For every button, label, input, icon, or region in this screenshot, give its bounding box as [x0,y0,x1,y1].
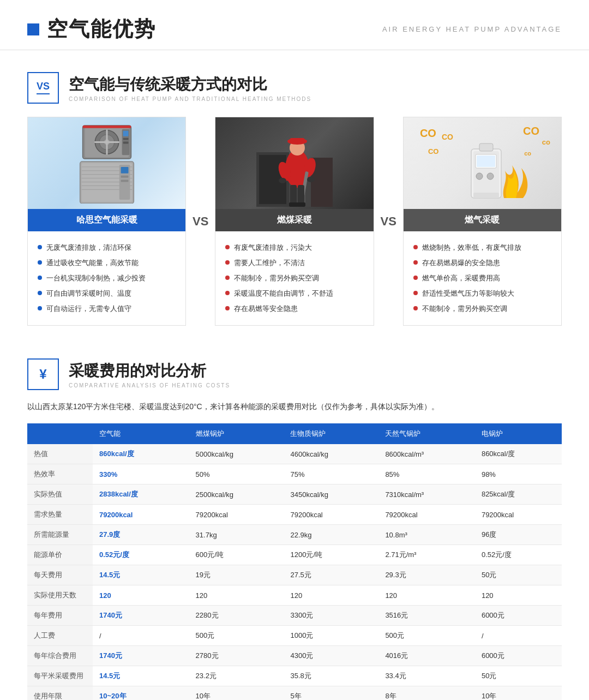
row-label: 实际使用天数 [27,585,93,606]
gas-point-2: 存在易燃易爆的安全隐患 [413,255,551,271]
coal-point-5: 存在易燃等安全隐患 [225,301,363,316]
svg-point-43 [279,178,286,183]
svg-rect-23 [121,167,128,173]
row-cell: 50元 [475,666,562,686]
page-header: 空气能优势 AIR ENERGY HEAT PUMP ADVANTAGE [0,0,589,50]
bullet-2 [38,260,42,265]
row-cell: 3450kcal/kg [284,484,378,505]
row-cell: 4016元 [378,646,475,666]
row-label: 每天费用 [27,565,93,585]
row-cell: 1740元 [93,606,189,626]
card-air-energy: 哈思空气能采暖 无废气废渣排放，清洁环保 通过吸收空气能量，高效节能 一台机实现… [27,117,186,326]
coal-list: 有废气废渣排放，污染大 需要人工维护，不清洁 不能制冷，需另外购买空调 采暖温度… [225,240,363,316]
cost-section: ¥ 采暖费用的对比分析 COMPARATIVE ANALYSIS OF HEAT… [0,342,589,700]
row-cell: 33.4元 [378,666,475,686]
bullet-5 [38,306,42,310]
row-cell: 1740元 [93,646,189,666]
card-gas-points: 燃烧制热，效率低，有废气排放 存在易燃易爆的安全隐患 燃气单价高，采暖费用高 舒… [404,231,561,325]
row-cell: 10年 [475,686,562,700]
row-cell: 22.9kg [284,525,378,545]
coal-point-4: 采暖温度不能自由调节，不舒适 [225,286,363,301]
row-cell: / [93,626,189,646]
row-cell: 35.8元 [284,666,378,686]
card-coal-label: 燃煤采暖 [215,209,373,231]
table-row: 使用年限10~20年10年5年8年10年 [27,686,562,700]
svg-point-51 [487,173,494,180]
row-cell: 79200kcal [475,505,562,525]
bullet-1 [38,245,42,249]
row-cell: 4300元 [284,646,378,666]
row-cell: 8年 [378,686,475,700]
yuan-icon-box: ¥ [27,358,59,390]
row-cell: 10~20年 [93,686,189,700]
air-energy-point-2: 通过吸收空气能量，高效节能 [38,255,176,271]
table-row: 需求热量79200kcal79200kcal79200kcal79200kcal… [27,505,562,525]
col-header-electric: 电锅炉 [475,423,562,444]
row-cell: 1000元 [284,626,378,646]
row-cell: 3516元 [378,606,475,626]
row-cell: 50% [189,464,284,484]
row-cell: 85% [378,464,475,484]
row-cell: 500元 [189,626,284,646]
row-cell: 0.52元/度 [475,545,562,565]
gas-boiler-svg [433,138,531,209]
row-cell: / [475,626,562,646]
row-cell: 79200kcal [284,505,378,525]
svg-rect-12 [123,142,128,144]
svg-rect-35 [290,138,304,143]
vs-label-1: VS [186,214,215,229]
row-cell: 2838kcal/度 [93,484,189,505]
row-cell: 6000元 [475,606,562,626]
row-label: 需求热量 [27,505,93,525]
bullet-4 [38,291,42,295]
row-label: 热效率 [27,464,93,484]
coal-point-2: 需要人工维护，不清洁 [225,255,363,271]
row-cell: 23.2元 [189,666,284,686]
page-title: 空气能优势 [47,15,156,43]
table-body: 热值860kcal/度5000kcal/kg4600kcal/kg8600kca… [27,444,562,700]
row-cell: 10.8m³ [378,525,475,545]
svg-rect-24 [121,176,128,178]
vs-label-2: VS [374,214,403,229]
card-coal-points: 有废气废渣排放，污染大 需要人工维护，不清洁 不能制冷，需另外购买空调 采暖温度… [215,231,373,325]
worker-svg [256,119,333,207]
col-header-gas: 天然气锅炉 [378,423,475,444]
coal-bullet-1 [225,245,230,249]
gas-bullet-5 [413,306,418,310]
svg-rect-41 [289,202,298,207]
row-cell: 79200kcal [378,505,475,525]
row-cell: 600元/吨 [189,545,284,565]
row-cell: 31.7kg [189,525,284,545]
coal-bullet-4 [225,291,230,295]
row-cell: 50元 [475,565,562,585]
header-square-icon [27,23,39,35]
row-label: 实际热值 [27,484,93,505]
row-cell: 2780元 [189,646,284,666]
svg-rect-49 [477,155,495,167]
row-cell: 860kcal/度 [93,444,189,464]
section2-header: ¥ 采暖费用的对比分析 COMPARATIVE ANALYSIS OF HEAT… [27,358,562,390]
table-row: 热效率330%50%75%85%98% [27,464,562,484]
gas-illustration: CO CO CO co CO co [404,117,561,209]
card-gas: CO CO CO co CO co [403,117,562,326]
row-cell: 5年 [284,686,378,700]
col-header-label [27,423,93,444]
section2-subtitle: COMPARATIVE ANALYSIS OF HEATING COSTS [69,382,230,388]
card-coal: 燃煤采暖 有废气废渣排放，污染大 需要人工维护，不清洁 不能制冷，需另外购买空调… [215,117,374,326]
heat-pump-illustration [28,117,185,209]
air-energy-point-5: 可自动运行，无需专人值守 [38,301,176,316]
row-cell: 330% [93,464,189,484]
row-label: 每年费用 [27,606,93,626]
vs-icon-box: VS [27,72,59,104]
gas-point-5: 不能制冷，需另外购买空调 [413,301,551,316]
row-cell: 120 [284,585,378,606]
row-cell: 2280元 [189,606,284,626]
gas-list: 燃烧制热，效率低，有废气排放 存在易燃易爆的安全隐患 燃气单价高，采暖费用高 舒… [413,240,551,316]
header-left: 空气能优势 [27,15,156,43]
table-row: 每天费用14.5元19元27.5元29.3元50元 [27,565,562,585]
col-header-air: 空气能 [93,423,189,444]
row-label: 每平米采暖费用 [27,666,93,686]
heat-pump-svg [71,123,142,204]
co-text-3: CO [523,125,539,137]
row-label: 能源单价 [27,545,93,565]
